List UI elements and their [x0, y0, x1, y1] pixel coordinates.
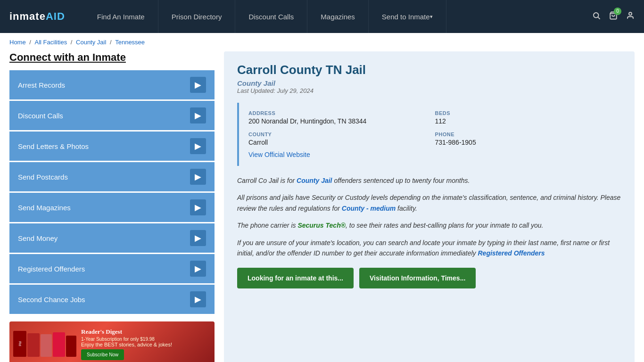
sidebar-item-discount-calls[interactable]: Discount Calls ▶ — [9, 101, 215, 130]
sidebar-arrow-icon: ▶ — [190, 138, 206, 154]
registered-offenders-link[interactable]: Registered Offenders — [478, 249, 545, 257]
breadcrumb: Home / All Facilities / County Jail / Te… — [0, 33, 644, 51]
sidebar-item-send-postcards[interactable]: Send Postcards ▶ — [9, 162, 215, 191]
cart-button[interactable]: 0 — [609, 11, 618, 22]
sidebar-arrow-icon: ▶ — [190, 169, 206, 185]
sidebar-item-send-magazines[interactable]: Send Magazines ▶ — [9, 193, 215, 222]
breadcrumb-county-jail[interactable]: County Jail — [76, 39, 106, 46]
sidebar-item-label: Second Chance Jobs — [18, 296, 85, 304]
sidebar-item-label: Discount Calls — [18, 112, 63, 120]
county-label: COUNTY — [248, 132, 426, 137]
main-nav: Find An Inmate Prison Directory Discount… — [84, 0, 587, 33]
breadcrumb-tennessee[interactable]: Tennessee — [115, 39, 145, 46]
logo-text: inmateAID — [9, 10, 65, 23]
desc-para-4: If you are unsure of your inmate's locat… — [237, 238, 621, 259]
sidebar-arrow-icon: ▶ — [190, 261, 206, 277]
sidebar-item-label: Send Money — [18, 234, 58, 242]
ad-tagline: 1-Year Subscription for only $19.98 — [81, 337, 211, 342]
breadcrumb-all-facilities[interactable]: All Facilities — [35, 39, 67, 46]
user-button[interactable] — [626, 11, 635, 22]
sidebar-item-label: Arrest Records — [18, 81, 65, 89]
desc-para-1: Carroll Co Jail is for County Jail offen… — [237, 175, 621, 186]
sidebar-item-label: Registered Offenders — [18, 265, 85, 273]
sidebar: Connect with an Inmate Arrest Records ▶ … — [9, 51, 215, 362]
address-value: 200 Norandal Dr, Huntingdon, TN 38344 — [248, 117, 426, 125]
visitation-info-button[interactable]: Visitation Information, Times... — [359, 268, 476, 288]
phone-field: PHONE 731-986-1905 — [435, 132, 612, 146]
breadcrumb-home[interactable]: Home — [9, 39, 26, 46]
sidebar-item-label: Send Postcards — [18, 173, 68, 181]
nav-discount-calls[interactable]: Discount Calls — [235, 0, 307, 33]
bottom-buttons: Looking for an inmate at this... Visitat… — [237, 268, 621, 288]
ad-sub: Enjoy the BEST stories, advice & jokes! — [81, 342, 211, 347]
sidebar-arrow-icon: ▶ — [190, 230, 206, 246]
beds-value: 112 — [435, 117, 612, 125]
desc-para-3: The phone carrier is Securus Tech®, to s… — [237, 220, 621, 230]
sidebar-item-second-chance-jobs[interactable]: Second Chance Jobs ▶ — [9, 285, 215, 314]
sidebar-item-send-letters[interactable]: Send Letters & Photos ▶ — [9, 132, 215, 161]
ad-text-area: Reader's Digest 1-Year Subscription for … — [81, 328, 211, 360]
nav-prison-directory[interactable]: Prison Directory — [158, 0, 236, 33]
county-medium-link[interactable]: County - medium — [342, 205, 396, 212]
sidebar-item-label: Send Letters & Photos — [18, 142, 89, 150]
nav-send-to-inmate[interactable]: Send to Inmate — [369, 0, 446, 33]
ad-subscribe-button[interactable]: Subscribe Now — [81, 349, 124, 360]
sidebar-menu: Arrest Records ▶ Discount Calls ▶ Send L… — [9, 70, 215, 314]
facility-name: Carroll County TN Jail — [237, 63, 621, 77]
ad-banner[interactable]: Rd Reader's Digest 1-Year Subscription f… — [9, 321, 215, 362]
info-card: ADDRESS 200 Norandal Dr, Huntingdon, TN … — [237, 103, 621, 166]
sidebar-item-arrest-records[interactable]: Arrest Records ▶ — [9, 70, 215, 99]
county-jail-link[interactable]: County Jail — [297, 177, 332, 184]
ad-books: Rd — [13, 331, 76, 357]
nav-find-inmate[interactable]: Find An Inmate — [84, 0, 158, 33]
svg-point-0 — [594, 13, 599, 18]
address-field: ADDRESS 200 Norandal Dr, Huntingdon, TN … — [248, 110, 426, 125]
sidebar-arrow-icon: ▶ — [190, 291, 206, 307]
sidebar-item-send-money[interactable]: Send Money ▶ — [9, 223, 215, 253]
logo[interactable]: inmateAID — [9, 10, 65, 23]
securus-link[interactable]: Securus Tech® — [297, 222, 346, 229]
beds-label: BEDS — [435, 110, 612, 116]
sidebar-arrow-icon: ▶ — [190, 77, 206, 93]
search-button[interactable] — [592, 11, 601, 22]
info-grid: ADDRESS 200 Norandal Dr, Huntingdon, TN … — [248, 110, 612, 146]
beds-field: BEDS 112 — [435, 110, 612, 125]
official-website-link[interactable]: View Official Website — [248, 151, 310, 158]
sidebar-title: Connect with an Inmate — [9, 51, 215, 64]
phone-label: PHONE — [435, 132, 612, 137]
svg-line-1 — [598, 17, 600, 19]
sidebar-item-registered-offenders[interactable]: Registered Offenders ▶ — [9, 254, 215, 283]
county-value: Carroll — [248, 139, 426, 146]
address-label: ADDRESS — [248, 110, 426, 116]
ad-logo: Reader's Digest — [81, 328, 211, 336]
sidebar-arrow-icon: ▶ — [190, 107, 206, 123]
county-field: COUNTY Carroll — [248, 132, 426, 146]
looking-for-inmate-button[interactable]: Looking for an inmate at this... — [237, 268, 354, 288]
sidebar-arrow-icon: ▶ — [190, 199, 206, 215]
main-container: Connect with an Inmate Arrest Records ▶ … — [0, 51, 644, 362]
sidebar-item-label: Send Magazines — [18, 204, 71, 212]
facility-updated: Last Updated: July 29, 2024 — [237, 87, 621, 94]
cart-badge: 0 — [614, 8, 621, 15]
content-panel: Carroll County TN Jail County Jail Last … — [224, 51, 635, 362]
svg-point-3 — [629, 12, 632, 15]
phone-value: 731-986-1905 — [435, 139, 612, 146]
nav-magazines[interactable]: Magazines — [307, 0, 369, 33]
header-icons: 0 — [592, 11, 635, 22]
facility-type: County Jail — [237, 79, 621, 87]
desc-para-2: All prisons and jails have Security or C… — [237, 192, 621, 214]
